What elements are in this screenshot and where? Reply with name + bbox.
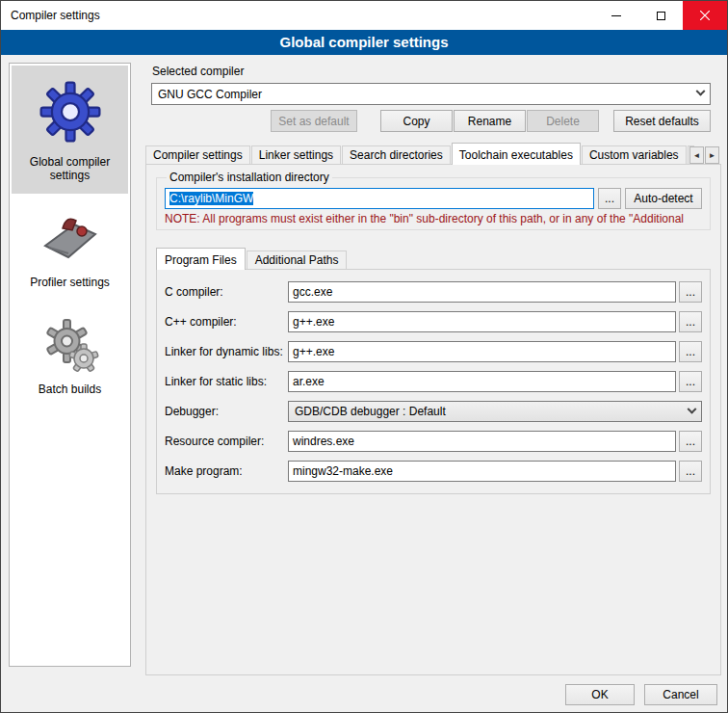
- minimize-button[interactable]: [594, 1, 638, 30]
- tab-scroll-buttons: ◄ ►: [689, 146, 719, 164]
- window-controls: [594, 1, 727, 30]
- sidebar-item-global-compiler-settings[interactable]: Global compiler settings: [12, 66, 128, 194]
- debugger-label: Debugger:: [165, 405, 288, 418]
- c-compiler-browse-button[interactable]: ...: [679, 281, 702, 303]
- c-compiler-input[interactable]: gcc.exe: [288, 281, 676, 303]
- make-program-input[interactable]: mingw32-make.exe: [288, 461, 676, 482]
- installation-directory-legend: Compiler's installation directory: [167, 171, 332, 184]
- installation-directory-browse-button[interactable]: ...: [598, 188, 621, 209]
- installation-directory-group: Compiler's installation directory C:\ray…: [156, 171, 711, 230]
- static-linker-input[interactable]: ar.exe: [288, 371, 676, 392]
- cpp-compiler-label: C++ compiler:: [165, 315, 288, 329]
- resource-compiler-label: Resource compiler:: [165, 435, 288, 448]
- tab-toolchain-executables[interactable]: Toolchain executables: [452, 143, 581, 165]
- installation-directory-row: C:\raylib\MinGW ... Auto-detect: [165, 188, 702, 209]
- compiler-settings-window: Compiler settings Global compiler settin…: [0, 0, 728, 713]
- selected-compiler-label: Selected compiler: [152, 65, 244, 78]
- sidebar-item-label: Profiler settings: [30, 276, 110, 289]
- tab-additional-paths[interactable]: Additional Paths: [247, 251, 348, 270]
- debugger-combobox[interactable]: GDB/CDB debugger : Default: [288, 401, 702, 422]
- sidebar-item-label: Global compiler settings: [14, 155, 125, 182]
- reset-defaults-button[interactable]: Reset defaults: [613, 110, 711, 132]
- toolchain-executables-page: Compiler's installation directory C:\ray…: [145, 164, 721, 675]
- dynamic-linker-browse-button[interactable]: ...: [679, 341, 702, 362]
- tab-compiler-settings[interactable]: Compiler settings: [145, 145, 250, 165]
- maximize-icon: [657, 12, 665, 20]
- installation-directory-value: C:\raylib\MinGW: [169, 192, 253, 205]
- resource-compiler-input[interactable]: windres.exe: [288, 431, 676, 452]
- sidebar-item-batch-builds[interactable]: Batch builds: [12, 301, 128, 408]
- static-linker-row: Linker for static libs: ar.exe ...: [165, 371, 702, 392]
- minimize-icon: [611, 15, 621, 16]
- tab-custom-variables[interactable]: Custom variables: [582, 145, 687, 165]
- program-files-tabstrip: Program Files Additional Paths: [156, 248, 348, 270]
- cpp-compiler-browse-button[interactable]: ...: [679, 311, 702, 332]
- sidebar-item-profiler-settings[interactable]: Profiler settings: [12, 194, 128, 301]
- make-program-label: Make program:: [165, 464, 288, 478]
- arrow-left-icon: ◄: [693, 151, 701, 160]
- chevron-down-icon: [696, 87, 706, 96]
- c-compiler-label: C compiler:: [165, 285, 288, 299]
- static-linker-label: Linker for static libs:: [165, 375, 288, 388]
- selected-compiler-combobox[interactable]: GNU GCC Compiler: [151, 83, 711, 105]
- delete-button[interactable]: Delete: [527, 110, 599, 132]
- tab-search-directories[interactable]: Search directories: [342, 145, 451, 165]
- blue-gear-icon: [36, 77, 105, 146]
- compiler-button-row: Set as default Copy Rename Delete Reset …: [151, 110, 711, 132]
- maximize-button[interactable]: [638, 1, 683, 30]
- gray-gears-icon: [39, 312, 101, 374]
- installation-directory-input[interactable]: C:\raylib\MinGW: [165, 188, 594, 209]
- dialog-header: Global compiler settings: [1, 30, 727, 55]
- sidebar-item-label: Batch builds: [39, 383, 101, 396]
- ok-button[interactable]: OK: [565, 684, 635, 705]
- resource-compiler-browse-button[interactable]: ...: [679, 431, 702, 452]
- dynamic-linker-input[interactable]: g++.exe: [288, 341, 676, 362]
- close-icon: [700, 11, 710, 20]
- c-compiler-row: C compiler: gcc.exe ...: [165, 281, 702, 303]
- make-program-row: Make program: mingw32-make.exe ...: [165, 461, 702, 482]
- cancel-button[interactable]: Cancel: [644, 684, 717, 705]
- cpp-compiler-input[interactable]: g++.exe: [288, 311, 676, 332]
- arrow-right-icon: ►: [709, 151, 716, 160]
- copy-button[interactable]: Copy: [380, 110, 453, 132]
- static-linker-browse-button[interactable]: ...: [679, 371, 702, 392]
- make-program-browse-button[interactable]: ...: [679, 461, 702, 482]
- bin-subdirectory-note: NOTE: All programs must exist either in …: [165, 212, 702, 225]
- cpp-compiler-row: C++ compiler: g++.exe ...: [165, 311, 702, 332]
- profiler-tool-icon: [39, 205, 101, 267]
- resource-compiler-row: Resource compiler: windres.exe ...: [165, 431, 702, 452]
- settings-sidebar: Global compiler settings Profiler settin…: [9, 63, 131, 667]
- tab-program-files[interactable]: Program Files: [156, 248, 246, 270]
- debugger-value: GDB/CDB debugger : Default: [295, 405, 683, 418]
- tab-scroll-left-button[interactable]: ◄: [689, 146, 704, 164]
- tab-linker-settings[interactable]: Linker settings: [251, 145, 341, 165]
- debugger-row: Debugger: GDB/CDB debugger : Default: [165, 401, 702, 422]
- window-title: Compiler settings: [1, 9, 100, 22]
- auto-detect-button[interactable]: Auto-detect: [625, 188, 702, 209]
- chevron-down-icon: [688, 404, 697, 413]
- settings-tabstrip: Compiler settings Linker settings Search…: [145, 143, 694, 165]
- set-as-default-button[interactable]: Set as default: [271, 110, 357, 132]
- dynamic-linker-row: Linker for dynamic libs: g++.exe ...: [165, 341, 702, 362]
- rename-button[interactable]: Rename: [454, 110, 526, 132]
- close-button[interactable]: [683, 1, 727, 30]
- dynamic-linker-label: Linker for dynamic libs:: [165, 345, 288, 358]
- program-files-page: C compiler: gcc.exe ... C++ compiler: g+…: [156, 269, 711, 494]
- titlebar: Compiler settings: [1, 1, 727, 30]
- selected-compiler-value: GNU GCC Compiler: [158, 88, 691, 101]
- tab-scroll-right-button[interactable]: ►: [705, 146, 719, 164]
